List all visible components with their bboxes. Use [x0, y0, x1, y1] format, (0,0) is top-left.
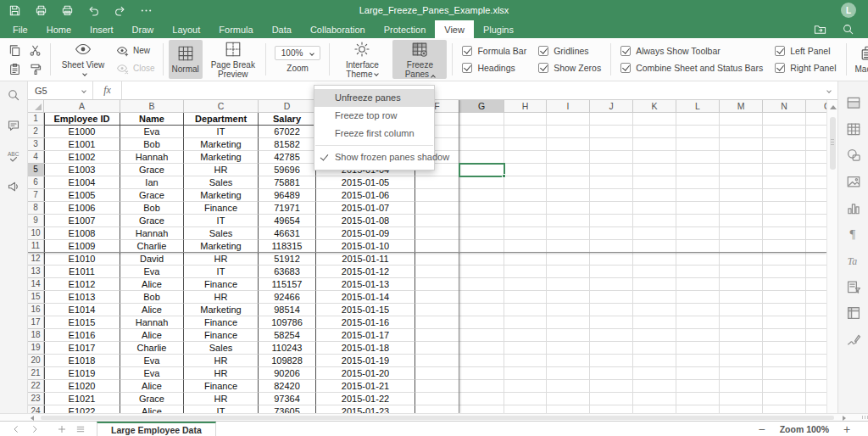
cell-m6[interactable] — [720, 176, 763, 189]
checkbox-left-panel[interactable]: Left Panel — [775, 46, 836, 56]
open-location-icon[interactable] — [814, 23, 826, 36]
cell-k13[interactable] — [633, 266, 676, 278]
cell-h20[interactable] — [504, 355, 547, 367]
cell-i6[interactable] — [547, 176, 590, 189]
column-header-h[interactable]: H — [504, 100, 547, 113]
paragraph-settings-icon[interactable]: ¶ — [846, 226, 861, 242]
cell-m3[interactable] — [720, 138, 763, 151]
prev-sheet-icon[interactable] — [10, 422, 22, 436]
cell-j1[interactable] — [590, 113, 633, 126]
row-header-3[interactable]: 3 — [28, 138, 44, 151]
cell-j12[interactable] — [590, 253, 633, 266]
cell-l5[interactable] — [676, 164, 720, 176]
cell-o6[interactable] — [806, 176, 826, 189]
column-header-l[interactable]: L — [676, 100, 720, 113]
cell-d8[interactable]: 71971 — [259, 202, 316, 215]
cell-j20[interactable] — [590, 355, 633, 367]
search-icon[interactable] — [7, 88, 20, 102]
tab-data[interactable]: Data — [263, 20, 301, 38]
cell-k8[interactable] — [633, 202, 676, 215]
cell-g24[interactable] — [459, 405, 504, 413]
cell-a5[interactable]: E1003 — [44, 164, 120, 176]
cell-h12[interactable] — [504, 253, 547, 266]
cell-l10[interactable] — [676, 227, 720, 240]
column-header-m[interactable]: M — [720, 100, 763, 113]
cell-k2[interactable] — [633, 126, 676, 138]
cell-d1[interactable]: Salary — [259, 113, 316, 126]
cell-c7[interactable]: Marketing — [184, 189, 259, 202]
row-header-18[interactable]: 18 — [28, 329, 44, 342]
cell-i19[interactable] — [547, 342, 590, 355]
cell-h18[interactable] — [504, 329, 547, 342]
cell-b9[interactable]: Grace — [120, 215, 184, 227]
column-header-n[interactable]: N — [763, 100, 806, 113]
cell-g11[interactable] — [459, 240, 504, 253]
cell-b11[interactable]: Charlie — [120, 240, 184, 253]
cell-a12[interactable]: E1010 — [44, 253, 120, 266]
formula-input[interactable] — [122, 81, 825, 99]
cell-c22[interactable]: Finance — [184, 380, 259, 393]
cell-k16[interactable] — [633, 304, 676, 316]
cell-b7[interactable]: Grace — [120, 189, 184, 202]
cell-f13[interactable] — [415, 266, 459, 278]
cell-l15[interactable] — [676, 291, 720, 304]
cell-d17[interactable]: 109786 — [259, 316, 316, 329]
cell-f6[interactable] — [415, 176, 459, 189]
cell-j22[interactable] — [590, 380, 633, 393]
cell-m2[interactable] — [720, 126, 763, 138]
column-header-o[interactable]: O — [806, 100, 826, 113]
cell-c10[interactable]: Sales — [184, 227, 259, 240]
scroll-left-arrow-icon[interactable] — [31, 416, 34, 421]
scroll-up-arrow-icon[interactable] — [830, 105, 837, 109]
cell-b4[interactable]: Hannah — [120, 151, 184, 164]
row-header-11[interactable]: 11 — [28, 240, 44, 253]
cell-i8[interactable] — [547, 202, 590, 215]
row-header-12[interactable]: 12 — [28, 253, 44, 266]
cell-b5[interactable]: Grace — [120, 164, 184, 176]
tab-layout[interactable]: Layout — [163, 20, 209, 38]
row-header-16[interactable]: 16 — [28, 304, 44, 316]
cell-f15[interactable] — [415, 291, 459, 304]
cell-n21[interactable] — [763, 367, 806, 380]
cell-l6[interactable] — [676, 176, 720, 189]
cell-d12[interactable]: 51912 — [259, 253, 316, 266]
cell-h3[interactable] — [504, 138, 547, 151]
cell-n15[interactable] — [763, 291, 806, 304]
cell-d5[interactable]: 59696 — [259, 164, 316, 176]
cell-m17[interactable] — [720, 316, 763, 329]
cell-g14[interactable] — [459, 278, 504, 291]
cell-e14[interactable]: 2015-01-13 — [316, 278, 415, 291]
cell-h9[interactable] — [504, 215, 547, 227]
cell-f19[interactable] — [415, 342, 459, 355]
cell-h8[interactable] — [504, 202, 547, 215]
cell-l8[interactable] — [676, 202, 720, 215]
cell-n10[interactable] — [763, 227, 806, 240]
cell-a4[interactable]: E1002 — [44, 151, 120, 164]
cell-d20[interactable]: 109828 — [259, 355, 316, 367]
cell-n22[interactable] — [763, 380, 806, 393]
cell-b20[interactable]: Eva — [120, 355, 184, 367]
fill-handle[interactable] — [502, 174, 506, 178]
cell-g10[interactable] — [459, 227, 504, 240]
cell-c23[interactable]: HR — [184, 393, 259, 405]
cell-i3[interactable] — [547, 138, 590, 151]
cell-i11[interactable] — [547, 240, 590, 253]
normal-view-button[interactable]: Normal — [169, 40, 203, 79]
sheet-list-icon[interactable] — [75, 422, 86, 436]
tab-home[interactable]: Home — [37, 20, 81, 38]
cell-g6[interactable] — [459, 176, 504, 189]
column-header-d[interactable]: D — [259, 100, 316, 113]
cell-k10[interactable] — [633, 227, 676, 240]
cell-i10[interactable] — [547, 227, 590, 240]
cell-a15[interactable]: E1013 — [44, 291, 120, 304]
cell-c3[interactable]: Marketing — [184, 138, 259, 151]
row-header-10[interactable]: 10 — [28, 227, 44, 240]
cell-e17[interactable]: 2015-01-16 — [316, 316, 415, 329]
add-sheet-icon[interactable] — [56, 422, 68, 436]
cell-g17[interactable] — [459, 316, 504, 329]
cell-a2[interactable]: E1000 — [44, 126, 120, 138]
tab-protection[interactable]: Protection — [375, 20, 436, 38]
cell-a16[interactable]: E1014 — [44, 304, 120, 316]
cell-k7[interactable] — [633, 189, 676, 202]
cell-o23[interactable] — [806, 393, 826, 405]
